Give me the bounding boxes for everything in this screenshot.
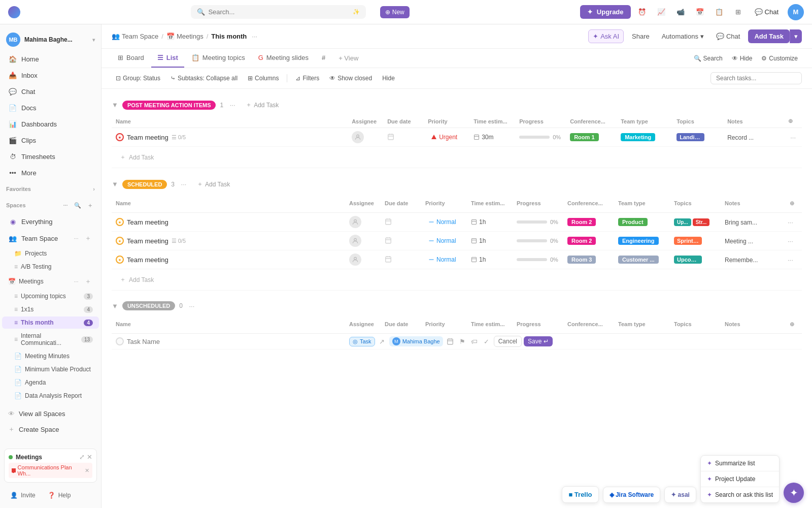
columns-button[interactable]: ⊞ Columns (244, 73, 283, 84)
task-due-tm4[interactable] (385, 257, 392, 264)
fab-button[interactable]: ✦ (784, 483, 804, 503)
add-task-scheduled[interactable]: ＋ Add Task (116, 272, 798, 287)
new-task-name-input[interactable] (127, 338, 212, 345)
tab-hash[interactable]: # (316, 49, 331, 68)
group-more-post[interactable]: ··· (227, 100, 238, 110)
hide-button[interactable]: 👁 Hide (728, 53, 757, 64)
task-name-tm3[interactable]: Team meeting (127, 237, 168, 245)
task-assign-tm3[interactable] (349, 235, 361, 247)
group-toggle-unscheduled[interactable]: ▼ (112, 302, 118, 310)
task-due-tm1[interactable] (387, 134, 394, 142)
user-avatar[interactable]: M (788, 4, 804, 20)
sidebar-item-upcoming[interactable]: ≡ Upcoming topics 3 (2, 290, 99, 302)
task-status-tm2[interactable]: ● (116, 218, 124, 226)
search-icon-header[interactable]: 🔍 Search (690, 53, 727, 64)
breadcrumb-meetings[interactable]: 📅 Meetings (166, 33, 204, 40)
task-input-flag-icon[interactable]: ⚑ (457, 336, 467, 346)
task-assign-tm1[interactable] (352, 131, 364, 143)
add-task-post[interactable]: ＋ Add Task (116, 150, 798, 165)
task-input-arrow-icon[interactable]: ↗ (377, 336, 387, 346)
sidebar-item-createspace[interactable]: ＋ Create Space (2, 422, 99, 437)
breadcrumb-more-icon[interactable]: ··· (252, 33, 257, 40)
sidebar-item-clips[interactable]: 🎬 Clips (2, 133, 99, 148)
task-more-tm1[interactable]: ··· (788, 133, 798, 142)
jira-card[interactable]: ◈ Jira Software (603, 487, 661, 503)
chat-button[interactable]: 💬 Chat (751, 6, 783, 18)
group-toggle-post[interactable]: ▼ (112, 101, 118, 109)
task-search-input[interactable] (716, 75, 796, 82)
widget-expand-icon[interactable]: ⤢ (79, 453, 85, 461)
tab-meeting-slides[interactable]: G Meeting slides (252, 49, 315, 68)
task-more-tm4[interactable]: ··· (786, 255, 795, 265)
new-task-status[interactable] (116, 337, 124, 345)
trello-card[interactable]: ■ Trello (562, 486, 598, 503)
group-more-scheduled[interactable]: ··· (179, 179, 189, 189)
task-more-tm2[interactable]: ··· (786, 217, 795, 227)
tab-add-view[interactable]: + View (332, 49, 364, 67)
add-task-button[interactable]: Add Task (748, 29, 790, 43)
group-toggle-scheduled[interactable]: ▼ (112, 180, 118, 188)
asai-card[interactable]: ✦ asai (664, 487, 696, 503)
task-name-tm4[interactable]: Team meeting (127, 256, 168, 264)
upgrade-button[interactable]: ✦ Upgrade (580, 5, 630, 19)
widget-close-comm-icon[interactable]: ✕ (85, 467, 89, 474)
group-add-scheduled[interactable]: ＋ Add Task (193, 178, 234, 190)
grid-icon[interactable]: ⊞ (731, 5, 746, 19)
sidebar-item-chat[interactable]: 💬 Chat (2, 84, 99, 99)
sidebar-item-docs[interactable]: 📄 Docs (2, 100, 99, 115)
teamspace-add-icon[interactable]: ＋ (83, 233, 93, 243)
sidebar-item-thismonth[interactable]: ≡ This month 4 (2, 316, 99, 329)
task-more-tm3[interactable]: ··· (786, 236, 795, 246)
user-menu[interactable]: MB Mahima Baghe... ▾ (0, 28, 101, 51)
clock-icon[interactable]: ⏰ (635, 5, 649, 19)
sidebar-item-agenda[interactable]: 📄 Agenda (2, 376, 99, 389)
task-status-tm3[interactable]: ● (116, 237, 124, 245)
task-name-tm1[interactable]: Team meeting (127, 134, 168, 141)
automations-button[interactable]: Automations ▾ (658, 30, 708, 43)
teamspace-more-icon[interactable]: ··· (71, 233, 81, 243)
calendar-icon[interactable]: 📅 (693, 5, 707, 19)
hide-toolbar-button[interactable]: Hide (378, 73, 399, 84)
filters-button[interactable]: ⊿ Filters (291, 73, 323, 84)
group-more-unscheduled[interactable]: ··· (187, 301, 197, 311)
task-type-tag[interactable]: ◎ Task (349, 337, 375, 346)
sidebar-item-home[interactable]: 🏠 Home (2, 51, 99, 67)
help-button[interactable]: ❓ Help (44, 490, 75, 501)
video-icon[interactable]: 📹 (673, 5, 688, 19)
add-task-dropdown-button[interactable]: ▾ (790, 29, 802, 43)
meetings-more-icon[interactable]: ··· (71, 276, 81, 287)
task-name-tm2[interactable]: Team meeting (127, 218, 168, 226)
search-input[interactable] (208, 8, 349, 16)
task-status-tm1[interactable]: ● (116, 133, 124, 141)
global-search[interactable]: 🔍 ✨ (191, 5, 365, 19)
meetings-add-icon[interactable]: ＋ (83, 276, 93, 287)
sidebar-item-timesheets[interactable]: ⏱ Timesheets (2, 149, 99, 164)
spaces-search-icon[interactable]: 🔍 (73, 200, 83, 210)
sidebar-item-everything[interactable]: ◉ Everything (2, 214, 99, 229)
task-search[interactable] (710, 72, 802, 84)
sidebar-item-inbox[interactable]: 📥 Inbox (2, 68, 99, 83)
sidebar-item-meetingminutes[interactable]: 📄 Meeting Minutes (2, 350, 99, 362)
breadcrumb-teamspace[interactable]: 👥 Team Space (112, 33, 158, 40)
save-task-button[interactable]: Save ↵ (524, 336, 553, 346)
subtasks-button[interactable]: ⤷ Subtasks: Collapse all (166, 73, 242, 84)
spaces-more-icon[interactable]: ··· (60, 200, 71, 210)
sidebar-item-teamspace[interactable]: 👥 Team Space ··· ＋ (2, 230, 99, 246)
task-status-tm4[interactable]: ● (116, 256, 124, 264)
show-closed-button[interactable]: 👁 Show closed (325, 73, 376, 84)
ai-action-project-update[interactable]: ✦ Project Update (701, 471, 779, 487)
task-assign-tm4[interactable] (349, 253, 361, 266)
unsch-add-col[interactable]: ⊕ (786, 318, 798, 330)
sidebar-item-meetings[interactable]: 📅 Meetings ··· ＋ (2, 274, 99, 289)
document-icon[interactable]: 📋 (712, 5, 726, 19)
col-add-button[interactable]: ⊕ (784, 115, 802, 128)
task-input-assign-icon[interactable] (445, 336, 455, 346)
group-by-button[interactable]: ⊡ Group: Status (112, 73, 164, 84)
sidebar-item-dashboards[interactable]: 📊 Dashboards (2, 116, 99, 132)
sidebar-item-1x1s[interactable]: ≡ 1x1s 4 (2, 303, 99, 315)
widget-close-icon[interactable]: ✕ (87, 453, 92, 461)
sidebar-item-more[interactable]: ••• More (2, 165, 99, 180)
task-due-tm2[interactable] (385, 219, 392, 227)
ai-action-summarize[interactable]: ✦ Summarize list (701, 456, 779, 471)
task-input-tag-icon[interactable]: 🏷 (469, 336, 480, 346)
